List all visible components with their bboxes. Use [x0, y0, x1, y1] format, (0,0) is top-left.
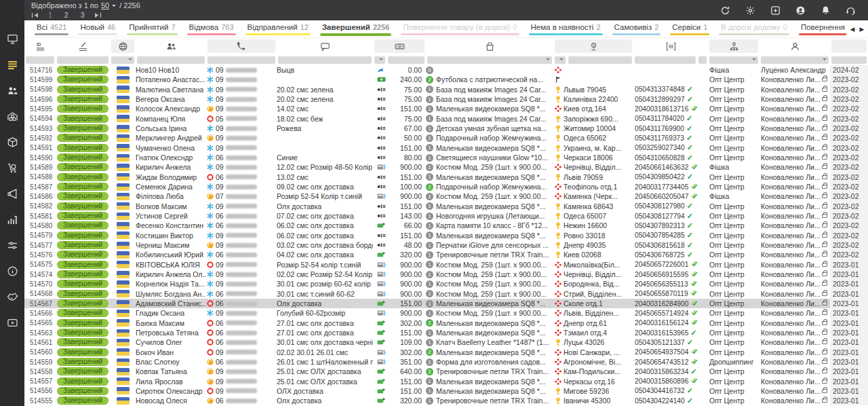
table-row[interactable]: 514587 Завершений Семенюк Дарина 09 09.0… [24, 182, 868, 191]
status-tab[interactable]: Відмова763 [185, 20, 238, 37]
table-row[interactable]: 514559 Завершений Влас Слотюу 06 26.01 с… [24, 357, 868, 367]
sidebar-item-info[interactable] [0, 258, 24, 284]
table-row[interactable]: 514563 Завершений Петровська Тетяна 06 2… [24, 328, 868, 337]
table-row[interactable]: 514568 Завершений Шумляс Богдана Ан... 0… [24, 289, 868, 299]
table-row[interactable]: 514716 Завершений Нов10 Нов10 09 Выцв 0.… [24, 65, 868, 75]
status-tab[interactable]: Завершений2256 [318, 20, 394, 37]
city-filter-input[interactable] [568, 56, 632, 64]
table-row[interactable]: 514592 Завершений Мерклингер Андрей 09 5… [24, 133, 868, 143]
sidebar-item-warehouse[interactable] [0, 103, 24, 129]
table-row[interactable]: 514557 Завершений Лила Ярослав 09 25.01 … [24, 377, 868, 386]
table-row[interactable]: 514581 Завершений Устинов Сергей 06 07.0… [24, 211, 868, 221]
table-row[interactable]: 514598 Завершений Малютина Светлана 09 2… [24, 85, 868, 94]
name-filter-input[interactable] [137, 56, 205, 64]
chevron-down-icon[interactable] [112, 5, 116, 9]
city-filter-input[interactable] [555, 56, 566, 64]
status-tab[interactable]: Всі4521 [33, 20, 71, 37]
table-row[interactable]: 514567 Завершений Адамовский Станис... 0… [24, 299, 868, 308]
date-filter-input[interactable] [831, 56, 867, 64]
sidebar-item-marketing[interactable] [0, 181, 24, 206]
table-row[interactable]: 514556 Завершений Сиротюк Олександр 09 О… [24, 386, 868, 396]
status-tab[interactable]: Самовивіз2 [610, 20, 663, 37]
date-column-header[interactable] [830, 38, 868, 54]
sms-column-header[interactable] [277, 38, 373, 54]
table-row[interactable]: 514580 Завершений Фесенко Константин 06 … [24, 221, 868, 230]
sidebar-item-purchases[interactable] [0, 155, 24, 181]
table-row[interactable]: 514577 Завершений Черниш Максим 09 03.02… [24, 240, 868, 250]
table-row[interactable]: 514594 Завершений Компанец Юля 05 18.02 … [24, 114, 868, 124]
sidebar-item-partners[interactable] [0, 284, 24, 310]
refresh-icon[interactable] [720, 5, 730, 16]
tabs-scroll-right-icon[interactable]: ▶ [860, 26, 865, 33]
page-button-2[interactable]: 2 [64, 11, 68, 20]
sidebar-item-clients[interactable] [0, 77, 24, 103]
table-row[interactable]: 514555 Завершений Новосад Олеся 06 Олх д… [24, 396, 868, 405]
sidebar-item-tutorials[interactable] [0, 310, 24, 335]
add-icon[interactable] [770, 5, 781, 16]
table-row[interactable]: 514558 Завершений Ковпак Татьяна 09 25.0… [24, 367, 868, 376]
status-tab[interactable]: Сервіси1 [668, 20, 711, 37]
name-column-header[interactable] [136, 38, 206, 54]
table-row[interactable]: 514595 Завершений Колосок Александр 09 1… [24, 104, 868, 113]
status-tab[interactable]: Новый46 [76, 20, 119, 37]
table-row[interactable]: 514574 Завершений Кирилич Анжела Ол... 0… [24, 270, 868, 279]
ttn-filter-input[interactable] [698, 56, 707, 64]
sms-filter-input[interactable] [278, 56, 372, 64]
table-row[interactable]: 514575 Завершений КВІТОВСЬКА ЮЛІЯ 09 Роз… [24, 260, 868, 270]
status-tab[interactable]: Відправлений12 [243, 20, 313, 37]
profile-icon[interactable] [795, 5, 806, 16]
table-row[interactable]: 514588 Завершений Жидак Володимир 06 13.… [24, 172, 868, 182]
status-tab[interactable]: Повернення товару (в дорозі)0 [399, 20, 521, 37]
product-column-header[interactable] [426, 38, 553, 54]
table-row[interactable]: 514565 Завершений Баюка Максим 06 27.01 … [24, 318, 868, 328]
status-tab[interactable]: Нема в наявності2 [527, 20, 605, 37]
source-filter-input[interactable] [709, 56, 758, 64]
status-tab[interactable]: Прийнятий7 [125, 20, 179, 37]
table-row[interactable]: 514589 Завершений Кирилич Анжела 09 12.0… [24, 162, 868, 172]
ttn-column-header[interactable] [633, 38, 708, 54]
table-row[interactable]: 514579 Завершений Костишин Виктор 09 06.… [24, 231, 868, 240]
manager-filter-input[interactable] [761, 56, 829, 64]
sidebar-item-products[interactable] [0, 129, 24, 155]
table-row[interactable]: 514591 Завершений Чумаченко Олена 09 151… [24, 143, 868, 153]
table-row[interactable]: 514582 Завершений Волков Максим 09 Олх д… [24, 202, 868, 211]
status-tab[interactable]: В дорозі додому0 [717, 20, 791, 37]
ttn-filter-input[interactable] [635, 56, 696, 64]
per-page-select[interactable]: 50 [101, 1, 109, 10]
table-row[interactable]: 514586 Завершений Філіпова Люба 07 Розмі… [24, 191, 868, 201]
flag-column-header[interactable] [110, 38, 136, 54]
sidebar-item-statistics[interactable] [0, 206, 24, 232]
tabs-scroll-left-icon[interactable]: ◀ [850, 26, 855, 33]
first-page-button[interactable] [31, 12, 39, 18]
money-filter-input[interactable] [388, 56, 425, 64]
table-row[interactable]: 514561 Завершений Сучилов Олег 06 30.01 … [24, 337, 868, 347]
id-column-header[interactable] [24, 38, 56, 54]
table-row[interactable]: 514566 Завершений Гладик Оксана 09 Голуб… [24, 308, 868, 318]
flag-filter-input[interactable] [111, 56, 134, 64]
sidebar-item-dashboard[interactable] [0, 26, 24, 52]
product-filter-input[interactable] [427, 56, 552, 64]
page-button-1[interactable]: 1 [48, 11, 52, 20]
app-logo-icon[interactable] [0, 0, 24, 20]
table-row[interactable]: 514570 Завершений Корнелюк Надія Та... 0… [24, 279, 868, 289]
settings-icon[interactable] [745, 5, 755, 16]
table-row[interactable]: 514593 Завершений Сольська Ірина 09 Роже… [24, 124, 868, 133]
manager-column-header[interactable] [760, 38, 830, 54]
support-icon[interactable] [846, 5, 856, 16]
table-row[interactable]: 514596 Завершений Вегера Оксана 09 20.02… [24, 94, 868, 104]
money-column-header[interactable] [373, 38, 426, 54]
table-row[interactable]: 514576 Завершений Кобилинський Юрий 06 0… [24, 250, 868, 259]
status-filter-input[interactable] [57, 56, 108, 64]
sidebar-item-orders[interactable] [0, 52, 24, 77]
source-column-header[interactable] [708, 38, 760, 54]
sidebar-item-settings[interactable] [0, 232, 24, 258]
table-row[interactable]: 514599 Завершений Потапенко Анастас... 0… [24, 75, 868, 84]
page-button-3[interactable]: 3 [81, 11, 85, 20]
id-filter-input[interactable] [26, 56, 54, 64]
table-row[interactable]: 514590 Завершений Гнатюк Олексндр 06 Син… [24, 153, 868, 162]
city-column-header[interactable] [553, 38, 633, 54]
notifications-icon[interactable] [821, 5, 831, 16]
money-filter-input[interactable] [374, 56, 385, 64]
last-page-button[interactable] [94, 12, 102, 18]
phone-column-header[interactable] [206, 38, 277, 54]
